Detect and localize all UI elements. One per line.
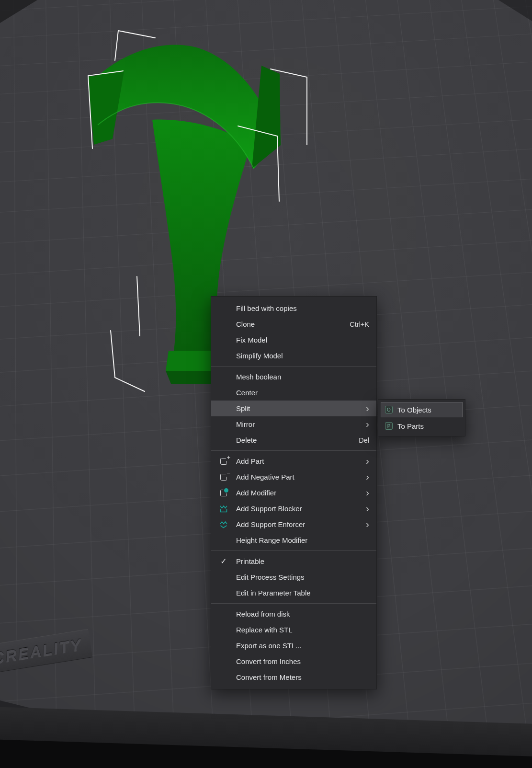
context-menu: Fill bed with copies Clone Ctrl+K Fix Mo… xyxy=(211,296,377,689)
menu-item-convert-from-meters[interactable]: Convert from Meters xyxy=(211,669,376,685)
add-negative-part-icon: − xyxy=(217,469,230,485)
printable-check-icon: ✓ xyxy=(217,553,230,569)
menu-item-add-support-blocker[interactable]: Add Support Blocker › xyxy=(211,501,376,516)
menu-item-replace-with-stl[interactable]: Replace with STL xyxy=(211,622,376,638)
menu-item-edit-in-parameter-table[interactable]: Edit in Parameter Table xyxy=(211,585,376,601)
menu-item-mesh-boolean[interactable]: Mesh boolean xyxy=(211,369,376,385)
menu-separator xyxy=(211,603,376,604)
menu-item-to-objects[interactable]: O To Objects xyxy=(381,402,463,417)
add-part-icon: + xyxy=(217,453,230,469)
menu-item-add-support-enforcer[interactable]: Add Support Enforcer › xyxy=(211,516,376,532)
shortcut-label: Ctrl+K xyxy=(350,321,369,328)
menu-item-center[interactable]: Center xyxy=(211,385,376,401)
menu-item-edit-process-settings[interactable]: Edit Process Settings xyxy=(211,569,376,585)
menu-separator xyxy=(211,366,376,367)
menu-item-to-parts[interactable]: P To Parts xyxy=(381,418,463,434)
submenu-arrow-icon: › xyxy=(366,419,369,429)
menu-item-split[interactable]: Split › xyxy=(211,401,376,416)
menu-item-fill-bed-with-copies[interactable]: Fill bed with copies xyxy=(211,300,376,316)
menu-item-mirror[interactable]: Mirror › xyxy=(211,416,376,432)
to-parts-icon: P xyxy=(385,422,393,430)
add-modifier-icon xyxy=(217,485,230,501)
menu-item-fix-model[interactable]: Fix Model xyxy=(211,332,376,348)
menu-item-delete[interactable]: Delete Del xyxy=(211,432,376,448)
to-objects-icon: O xyxy=(385,406,393,413)
shortcut-label: Del xyxy=(359,436,369,444)
menu-item-add-part[interactable]: + Add Part › xyxy=(211,453,376,469)
viewport-3d[interactable]: CREALITY Fill bed with copies Clone Ctrl… xyxy=(0,0,532,768)
menu-item-add-negative-part[interactable]: − Add Negative Part › xyxy=(211,469,376,485)
menu-item-add-modifier[interactable]: Add Modifier › xyxy=(211,485,376,501)
submenu-arrow-icon: › xyxy=(366,487,369,497)
add-support-enforcer-icon xyxy=(217,516,230,532)
add-support-blocker-icon xyxy=(217,501,230,516)
menu-item-printable[interactable]: ✓ Printable xyxy=(211,553,376,569)
split-submenu: O To Objects P To Parts xyxy=(378,399,465,436)
submenu-arrow-icon: › xyxy=(366,519,369,529)
menu-item-convert-from-inches[interactable]: Convert from Inches xyxy=(211,653,376,669)
menu-separator xyxy=(211,550,376,551)
menu-item-export-as-one-stl[interactable]: Export as one STL... xyxy=(211,638,376,653)
menu-item-clone[interactable]: Clone Ctrl+K xyxy=(211,316,376,332)
menu-item-height-range-modifier[interactable]: Height Range Modifier xyxy=(211,532,376,548)
submenu-arrow-icon: › xyxy=(366,403,369,413)
submenu-arrow-icon: › xyxy=(366,456,369,466)
submenu-arrow-icon: › xyxy=(366,503,369,513)
submenu-arrow-icon: › xyxy=(366,471,369,481)
menu-item-reload-from-disk[interactable]: Reload from disk xyxy=(211,606,376,622)
menu-separator xyxy=(211,450,376,451)
menu-item-simplify-model[interactable]: Simplify Model xyxy=(211,348,376,364)
